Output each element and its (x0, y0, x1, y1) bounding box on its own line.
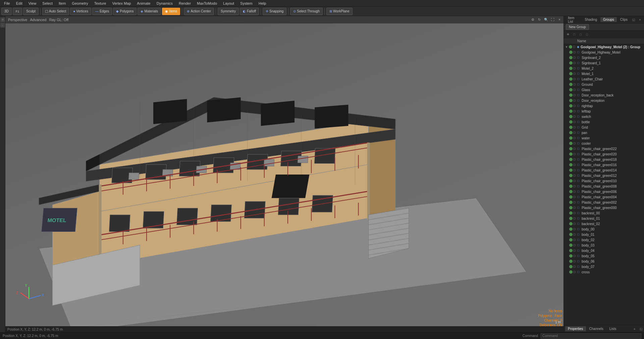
toolbar-vertices[interactable]: ● Vertices (70, 8, 91, 15)
menu-item[interactable]: Item (56, 1, 68, 6)
menu-geometry[interactable]: Geometry (69, 1, 91, 6)
menu-system[interactable]: System (237, 1, 255, 6)
list-item-plastic_000[interactable]: □□Plastic_chair_green000 (564, 205, 644, 210)
panel-detach-icon[interactable]: ◱ (631, 17, 636, 22)
list-item-body_03[interactable]: □□body_03 (564, 243, 644, 248)
menu-vertex-map[interactable]: Vertex Map (110, 1, 134, 6)
list-item-righttap[interactable]: □□righttap (564, 103, 644, 109)
list-item-plastic_002[interactable]: □□Plastic_chair_green002 (564, 200, 644, 205)
list-item-grid[interactable]: □□Grid (564, 125, 644, 130)
eye-body_02[interactable] (569, 238, 573, 242)
menu-texture[interactable]: Texture (92, 1, 109, 6)
eye-body_01[interactable] (569, 233, 573, 236)
toolbar-materials[interactable]: ◈ Materials (138, 8, 161, 15)
toolbar-auto-select[interactable]: Auto Select (42, 8, 69, 15)
menu-render[interactable]: Render (176, 1, 194, 6)
list-item-lefttap[interactable]: □□lefttap (564, 109, 644, 114)
list-item-door_reception_back[interactable]: □□Door_reception_back (564, 92, 644, 98)
vp-icon-zoom[interactable]: 🔍 (543, 17, 549, 22)
toolbar-items[interactable]: ◉ Items (162, 8, 180, 15)
toolbar-select-through[interactable]: ⊙ Select Through (290, 8, 323, 15)
list-item-plastic_018[interactable]: □□Plastic_chair_green018 (564, 157, 644, 162)
eye-plastic_008[interactable] (569, 185, 573, 188)
menu-animate[interactable]: Animate (134, 1, 153, 6)
menu-edit[interactable]: Edit (13, 1, 25, 6)
list-item-body_04[interactable]: □□body_04 (564, 248, 644, 253)
toolbar-polygons[interactable]: ◆ Polygons (113, 8, 137, 15)
eye-grid[interactable] (569, 126, 573, 129)
list-item-plastic_006[interactable]: □□Plastic_chair_green006 (564, 189, 644, 194)
eye-bottle[interactable] (569, 120, 573, 124)
vp-icon-refresh[interactable]: ↻ (537, 17, 542, 22)
toolbar-edges[interactable]: — Edges (92, 8, 112, 15)
list-item-plastic_012[interactable]: □□Plastic_chair_green012 (564, 173, 644, 178)
eye-lefttap[interactable] (569, 110, 573, 113)
eye-pan[interactable] (569, 131, 573, 134)
list-item-body_07[interactable]: □□body_07 (564, 264, 644, 269)
eye-door_reception[interactable] (569, 99, 573, 102)
list-item-bottle[interactable]: □□bottle (564, 119, 644, 125)
eye-plastic_006[interactable] (569, 190, 573, 193)
eye-plastic_022[interactable] (569, 147, 573, 150)
tab-channels[interactable]: Channels (587, 326, 606, 331)
list-item-switch[interactable]: □□switch (564, 114, 644, 119)
toolbar-snapping[interactable]: ✛ Snapping (263, 8, 286, 15)
list-item-door_reception[interactable]: □□Door_reception (564, 98, 644, 103)
eye-plastic_014[interactable] (569, 168, 573, 172)
tab-shading[interactable]: Shading (582, 17, 600, 22)
eye-plastic_000[interactable] (569, 206, 573, 209)
sidebar-arrow-btn[interactable]: › (0, 23, 5, 27)
list-item-leather_chair[interactable]: □□Leather_Chair (564, 76, 644, 82)
toolbar-f1[interactable]: F1 (13, 8, 22, 15)
list-item-body_00[interactable]: □□body_00 (564, 226, 644, 232)
lock-icon[interactable]: □ (572, 32, 577, 37)
list-item-plastic_008[interactable]: □□Plastic_chair_green008 (564, 184, 644, 189)
list-item-motel2[interactable]: □□Motel_2 (564, 66, 644, 71)
viewport-3d[interactable]: Perspective Advanced Ray GL: Off ⚙ ↻ 🔍 ⛶… (5, 16, 564, 332)
list-item-goolgowi[interactable]: □□Goolgowi_Highway_Motel (564, 50, 644, 55)
list-item-backrest_00[interactable]: □□backrest_00 (564, 210, 644, 216)
raygl-label[interactable]: Ray GL: Off (49, 18, 68, 22)
eye-cooler[interactable] (569, 142, 573, 145)
eye-plastic_002[interactable] (569, 201, 573, 204)
toolbar-sculpt[interactable]: Sculpt (23, 8, 39, 15)
freeze-icon[interactable]: □ (584, 32, 590, 37)
eye-signboard2[interactable] (569, 56, 573, 59)
eye-main[interactable] (569, 45, 572, 49)
advanced-label[interactable]: Advanced (30, 18, 46, 22)
menu-maxtomodo[interactable]: MaxToModo (194, 1, 220, 6)
list-item-glass[interactable]: □□Glass (564, 87, 644, 92)
tab-lists[interactable]: Lists (607, 326, 619, 331)
eye-glass[interactable] (569, 88, 573, 91)
list-item-backrest_01[interactable]: □□backrest_01 (564, 216, 644, 221)
tab-clips[interactable]: Clips (618, 17, 630, 22)
add-tab-btn[interactable]: + (632, 326, 638, 332)
list-item-body_06[interactable]: □□body_06 (564, 259, 644, 264)
list-item-group-main[interactable]: ▼ □ ◈ Goolgowi_Highway_Motel (2) : Group (564, 44, 644, 50)
list-item-body_01[interactable]: □□body_01 (564, 232, 644, 237)
eye-goolgowi[interactable] (569, 51, 573, 54)
tab-groups[interactable]: Groups (600, 17, 617, 22)
eye-body_06[interactable] (569, 260, 573, 263)
visibility-icon[interactable]: 👁 (565, 32, 571, 37)
list-item-cooler[interactable]: □□cooler (564, 141, 644, 146)
eye-body_03[interactable] (569, 244, 573, 247)
menu-select[interactable]: Select (40, 1, 55, 6)
item-list[interactable]: ▼ □ ◈ Goolgowi_Highway_Motel (2) : Group… (564, 44, 644, 325)
eye-plastic_012[interactable] (569, 174, 573, 177)
tab-properties[interactable]: Properties (565, 326, 586, 331)
list-item-cross[interactable]: □□cross (564, 269, 644, 275)
vp-icon-maximize[interactable]: ⛶ (550, 17, 555, 22)
list-item-ground[interactable]: □□Ground (564, 82, 644, 87)
eye-switch[interactable] (569, 115, 573, 118)
eye-plastic_020[interactable] (569, 152, 573, 156)
toolbar-falloff[interactable]: ◐ Falloff (240, 8, 259, 15)
list-item-plastic_022[interactable]: □□Plastic_chair_green022 (564, 146, 644, 151)
menu-layout[interactable]: Layout (220, 1, 237, 6)
eye-plastic_018[interactable] (569, 158, 573, 161)
eye-motel1[interactable] (569, 72, 573, 75)
list-item-signboard1[interactable]: □□Signboard_1 (564, 60, 644, 66)
list-item-plastic_014[interactable]: □□Plastic_chair_green014 (564, 167, 644, 173)
menu-view[interactable]: View (26, 1, 39, 6)
toolbar-workplane[interactable]: ⊞ WorkPlane (326, 8, 353, 15)
